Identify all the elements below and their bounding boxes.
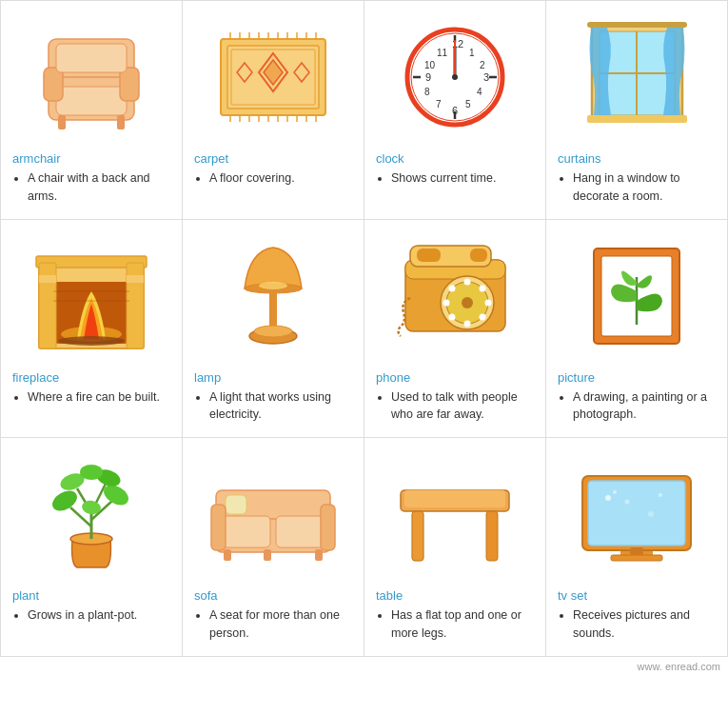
title-armchair[interactable]: armchair [12,151,61,166]
svg-rect-113 [226,495,246,514]
svg-point-66 [58,336,125,346]
card-tvset: tv set Receives pictures and sounds. [546,438,728,657]
title-lamp[interactable]: lamp [194,370,221,385]
desc-clock: Shows current time. [391,169,496,188]
svg-point-129 [613,490,617,494]
card-fireplace: fireplace Where a fire can be built. [1,220,183,439]
svg-point-55 [452,74,458,80]
card-clock: 12 6 9 3 1 2 4 5 7 8 10 11 clock Shows c [364,1,546,220]
svg-text:8: 8 [424,87,430,97]
svg-point-132 [648,511,654,517]
title-curtains[interactable]: curtains [558,151,601,166]
image-tvset [558,447,716,581]
watermark: www. enread.com [0,657,728,676]
svg-point-87 [484,300,491,307]
svg-point-103 [49,487,80,515]
desc-lamp: A light that works using electricity. [209,388,352,425]
svg-point-128 [605,495,611,501]
card-lamp: lamp A light that works using electricit… [183,220,364,439]
image-lamp [194,229,352,363]
card-curtains: curtains Hang in a window to decorate a … [546,1,728,220]
image-curtains [558,10,716,144]
svg-point-92 [448,286,455,292]
card-picture: picture A drawing, a painting or a photo… [546,220,728,439]
svg-text:10: 10 [424,60,436,70]
svg-rect-69 [39,275,56,283]
desc-sofa: A seat for more than one person. [209,606,352,643]
image-armchair [12,10,170,144]
title-carpet[interactable]: carpet [194,151,228,166]
svg-rect-5 [58,115,66,129]
svg-rect-60 [587,22,687,28]
svg-text:4: 4 [477,87,482,97]
svg-rect-70 [127,275,144,283]
image-clock: 12 6 9 3 1 2 4 5 7 8 10 11 [376,10,534,144]
desc-table: Has a flat top and one or more legs. [391,606,534,643]
title-table[interactable]: table [376,588,403,603]
title-phone[interactable]: phone [376,370,410,385]
desc-tvset: Receives pictures and sounds. [573,606,716,643]
svg-text:3: 3 [483,71,489,83]
svg-rect-120 [404,490,505,507]
title-plant[interactable]: plant [12,588,39,603]
svg-rect-1 [56,87,127,115]
svg-rect-7 [56,44,127,72]
svg-rect-123 [412,511,423,561]
svg-text:9: 9 [425,71,431,83]
svg-text:1: 1 [469,48,475,58]
title-clock[interactable]: clock [376,151,404,166]
svg-text:6: 6 [452,105,458,116]
svg-point-77 [259,282,287,289]
svg-text:7: 7 [436,99,442,109]
svg-rect-61 [587,115,687,123]
image-picture [558,229,716,363]
card-plant: plant Grows in a plant-pot. [1,438,183,657]
desc-curtains: Hang in a window to decorate a room. [573,169,716,206]
svg-point-86 [479,286,485,292]
desc-fireplace: Where a fire can be built. [28,388,160,407]
svg-point-91 [443,300,449,307]
svg-text:2: 2 [480,60,485,70]
svg-point-131 [659,493,662,497]
svg-point-89 [463,321,470,328]
image-phone [376,229,534,363]
svg-rect-82 [470,248,487,262]
svg-rect-112 [276,516,325,547]
svg-point-88 [479,314,485,321]
svg-rect-117 [264,549,271,561]
title-fireplace[interactable]: fireplace [12,370,59,385]
card-sofa: sofa A seat for more than one person. [183,438,364,657]
card-table: table Has a flat top and one or more leg… [364,438,546,657]
svg-point-90 [448,314,455,321]
title-sofa[interactable]: sofa [194,588,218,603]
svg-rect-133 [630,547,643,555]
desc-armchair: A chair with a back and arms. [28,169,170,206]
image-fireplace [12,229,170,363]
svg-rect-74 [269,288,277,331]
card-armchair: armchair A chair with a back and arms. [1,1,183,220]
image-sofa [194,447,352,581]
svg-point-107 [80,465,103,480]
title-picture[interactable]: picture [558,370,595,385]
title-tvset[interactable]: tv set [558,588,587,603]
desc-picture: A drawing, a painting or a photograph. [573,388,716,425]
svg-text:11: 11 [437,48,448,58]
svg-point-93 [462,297,473,308]
svg-point-85 [463,279,470,286]
svg-rect-127 [588,481,685,546]
svg-rect-111 [221,516,270,547]
svg-rect-125 [611,555,662,561]
svg-rect-122 [486,511,498,561]
desc-carpet: A floor covering. [209,169,295,188]
svg-rect-115 [321,505,335,550]
svg-point-76 [254,326,292,337]
image-table [376,447,534,581]
desc-phone: Used to talk with people who are far awa… [391,388,534,425]
card-phone: phone Used to talk with people who are f… [364,220,546,439]
card-carpet: carpet A floor covering. [183,1,364,220]
desc-plant: Grows in a plant-pot. [28,606,137,625]
svg-text:5: 5 [465,99,471,109]
svg-rect-116 [224,549,231,561]
vocabulary-grid: armchair A chair with a back and arms. [0,0,728,657]
image-plant [12,447,170,581]
